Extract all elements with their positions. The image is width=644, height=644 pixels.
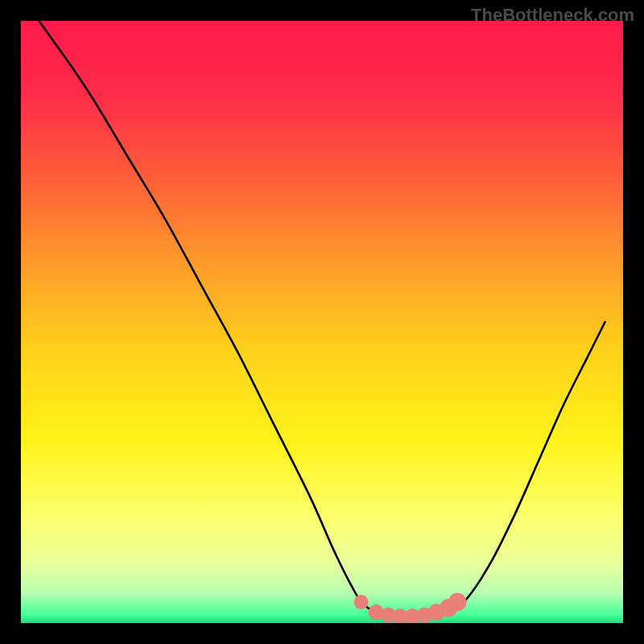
bottleneck-curve [39,21,605,617]
plot-area [21,21,623,623]
highlight-markers [354,593,467,623]
highlight-dot [354,595,369,609]
chart-container: TheBottleneck.com [0,0,644,644]
watermark-text: TheBottleneck.com [471,5,634,26]
highlight-dot [448,593,466,611]
curve-layer [21,21,623,623]
